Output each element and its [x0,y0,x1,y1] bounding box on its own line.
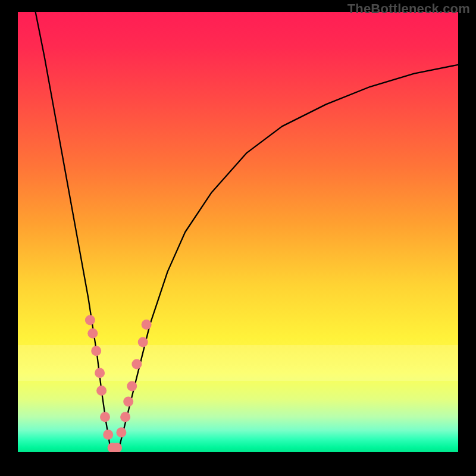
watermark-text: TheBottleneck.com [347,1,470,17]
background-gradient [18,12,458,452]
plot-area [18,12,458,452]
